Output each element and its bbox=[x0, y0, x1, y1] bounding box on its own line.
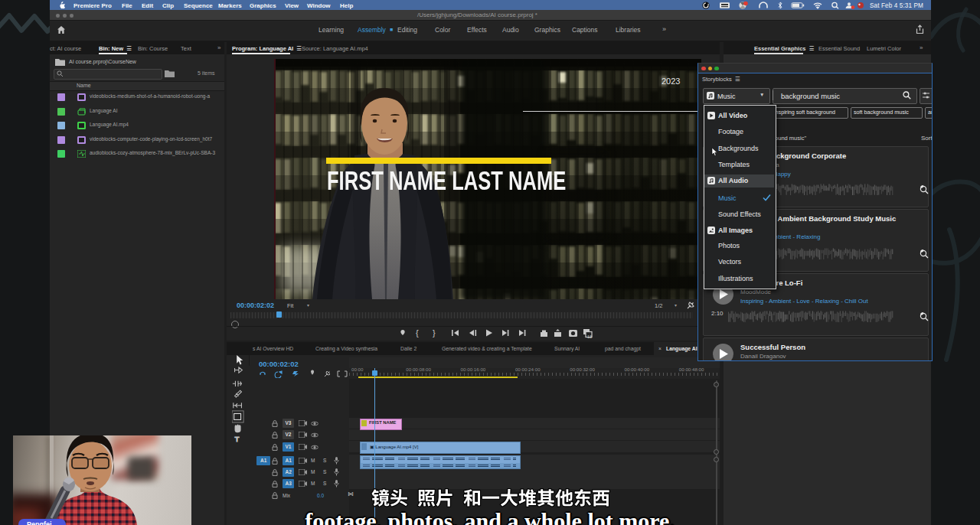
svg-text:13: 13 bbox=[587, 334, 592, 339]
svg-text:}: } bbox=[433, 328, 436, 338]
svg-text:T: T bbox=[235, 435, 240, 442]
svg-text:{: { bbox=[416, 328, 419, 338]
